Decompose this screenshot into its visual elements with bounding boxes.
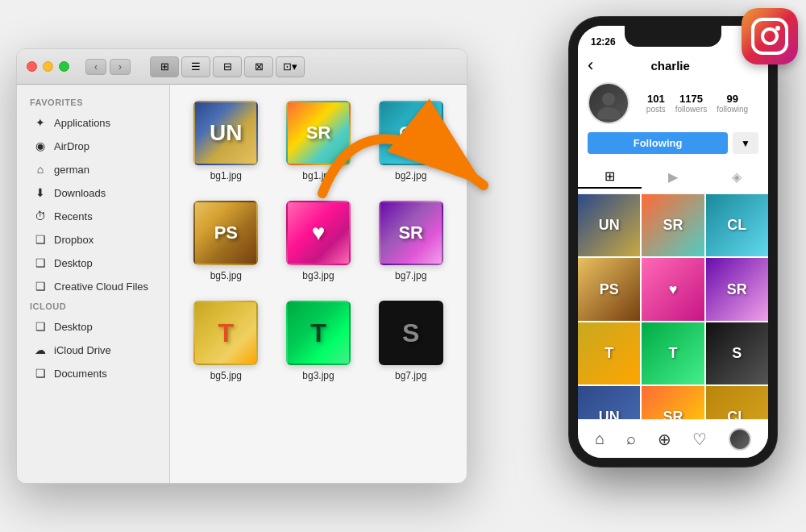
home-icon: ⌂ — [33, 162, 48, 177]
home-nav-icon[interactable]: ⌂ — [595, 430, 604, 448]
cell-content-1: UN — [578, 194, 640, 256]
file-item-9[interactable]: bg7.jpg — [371, 301, 451, 381]
phone-container: 12:26 ▪▪▪ ‹ charlie 101 — [556, 16, 790, 492]
file-name-6: bg7.jpg — [395, 270, 426, 281]
ig-grid-cell-4[interactable]: PS — [578, 258, 640, 320]
sidebar-item-creative-cloud[interactable]: ❑ Creative Cloud Files — [20, 275, 166, 297]
sidebar-item-desktop[interactable]: ❑ Desktop — [20, 251, 166, 274]
ig-grid-cell-9[interactable]: S — [706, 322, 768, 384]
followers-count: 1175 — [679, 93, 703, 105]
icloud-drive-icon: ☁ — [33, 343, 48, 357]
sidebar-item-icloud-drive[interactable]: ☁ iCloud Drive — [20, 339, 166, 361]
file-item-8[interactable]: bg3.jpg — [279, 301, 359, 381]
icloud-section-title: iCloud — [17, 298, 169, 314]
icloud-desktop-icon: ❑ — [33, 319, 48, 334]
ig-stat-following: 99 following — [717, 93, 748, 114]
sidebar-item-label: Desktop — [54, 321, 93, 333]
column-view-button[interactable]: ⊟ — [213, 56, 242, 77]
maximize-button[interactable] — [59, 61, 69, 72]
ig-grid-cell-2[interactable]: SR — [642, 194, 704, 256]
followers-label: followers — [675, 105, 707, 114]
sidebar-item-label: Desktop — [54, 257, 93, 269]
profile-nav-icon[interactable] — [729, 428, 751, 451]
close-button[interactable] — [27, 61, 37, 72]
recents-icon: ⏱ — [33, 209, 48, 223]
sidebar-item-applications[interactable]: ✦ Applications — [20, 111, 166, 134]
file-item-4[interactable]: bg5.jpg — [186, 201, 266, 281]
cell-content-8: T — [642, 322, 704, 384]
file-thumbnail-8 — [286, 301, 351, 365]
grid-view-button[interactable]: ⊞ — [150, 56, 179, 77]
nav-buttons: ‹ › — [85, 59, 131, 75]
phone-body: 12:26 ▪▪▪ ‹ charlie 101 — [568, 16, 778, 468]
ig-avatar[interactable] — [588, 82, 629, 124]
desktop-icon: ❑ — [33, 256, 48, 270]
status-time: 12:26 — [591, 36, 616, 48]
cell-content-5: ♥ — [642, 258, 704, 320]
creative-cloud-icon: ❑ — [33, 279, 48, 293]
back-arrow-icon[interactable]: ‹ — [588, 55, 593, 76]
sidebar-item-downloads[interactable]: ⬇ Downloads — [20, 181, 166, 204]
sidebar-item-label: AirDrop — [54, 140, 89, 152]
sidebar-item-german[interactable]: ⌂ german — [20, 158, 166, 181]
ig-grid-cell-6[interactable]: SR — [706, 258, 768, 320]
file-thumbnail-7 — [193, 301, 258, 365]
sidebar-item-label: Creative Cloud Files — [54, 281, 148, 293]
ig-photo-grid: UN SR CL PS ♥ SR T — [578, 194, 768, 448]
ig-stat-followers: 1175 followers — [675, 93, 707, 114]
ig-stat-posts: 101 posts — [646, 93, 666, 114]
applications-icon: ✦ — [33, 115, 48, 130]
sidebar-item-airdrop[interactable]: ◉ AirDrop — [20, 135, 166, 157]
sidebar-item-label: Downloads — [54, 187, 106, 199]
file-item-7[interactable]: bg5.jpg — [186, 301, 266, 381]
add-nav-icon[interactable]: ⊕ — [658, 430, 671, 449]
back-button[interactable]: ‹ — [85, 59, 106, 75]
posts-label: posts — [646, 105, 666, 114]
cell-content-6: SR — [706, 258, 768, 320]
ig-grid-cell-8[interactable]: T — [642, 322, 704, 384]
search-nav-icon[interactable]: ⌕ — [626, 430, 636, 448]
cover-view-button[interactable]: ⊠ — [244, 56, 273, 77]
ig-grid-cell-5[interactable]: ♥ — [642, 258, 704, 320]
ig-nav-icons: ⊞ ▶ ◈ — [578, 160, 768, 194]
file-name-5: bg3.jpg — [302, 270, 334, 281]
sidebar-item-recents[interactable]: ⏱ Recents — [20, 205, 166, 227]
sidebar: Favorites ✦ Applications ◉ AirDrop ⌂ ger… — [17, 85, 170, 483]
instagram-logo-inner — [751, 18, 788, 55]
tag-nav-icon[interactable]: ◈ — [704, 165, 768, 189]
sidebar-item-label: iCloud Drive — [54, 344, 111, 356]
phone-screen: 12:26 ▪▪▪ ‹ charlie 101 — [578, 26, 768, 458]
svg-point-1 — [602, 93, 615, 106]
cell-content-2: SR — [642, 194, 704, 256]
minimize-button[interactable] — [43, 61, 53, 72]
file-name-8: bg3.jpg — [302, 370, 334, 381]
svg-point-2 — [597, 107, 620, 119]
sidebar-item-documents[interactable]: ❑ Documents — [20, 362, 166, 384]
file-thumbnail-1 — [193, 101, 258, 165]
file-thumbnail-4 — [193, 201, 258, 265]
sidebar-item-label: Dropbox — [54, 234, 93, 246]
sidebar-item-dropbox[interactable]: ❑ Dropbox — [20, 228, 166, 251]
favorites-section-title: Favorites — [17, 94, 169, 110]
file-name-1: bg1.jpg — [210, 170, 242, 181]
list-view-button[interactable]: ☰ — [181, 56, 210, 77]
forward-button[interactable]: › — [110, 59, 131, 75]
grid-nav-icon[interactable]: ⊞ — [578, 165, 642, 189]
ig-grid-cell-3[interactable]: CL — [706, 194, 768, 256]
ig-grid-cell-1[interactable]: UN — [578, 194, 640, 256]
file-item-1[interactable]: bg1.jpg — [186, 101, 266, 181]
documents-icon: ❑ — [33, 366, 48, 380]
heart-nav-icon[interactable]: ♡ — [692, 430, 707, 449]
phone-notch — [625, 26, 721, 47]
file-name-9: bg7.jpg — [395, 370, 426, 381]
ig-options-button[interactable]: ▼ — [733, 132, 758, 154]
sidebar-item-icloud-desktop[interactable]: ❑ Desktop — [20, 315, 166, 338]
ig-grid-cell-7[interactable]: T — [578, 322, 640, 384]
follow-button[interactable]: Following — [588, 132, 728, 154]
video-nav-icon[interactable]: ▶ — [642, 165, 705, 189]
following-label: following — [717, 105, 748, 114]
instagram-logo-dot — [775, 26, 780, 31]
file-thumbnail-9 — [379, 301, 443, 365]
sidebar-item-label: Applications — [54, 117, 110, 129]
cell-content-3: CL — [706, 194, 768, 256]
